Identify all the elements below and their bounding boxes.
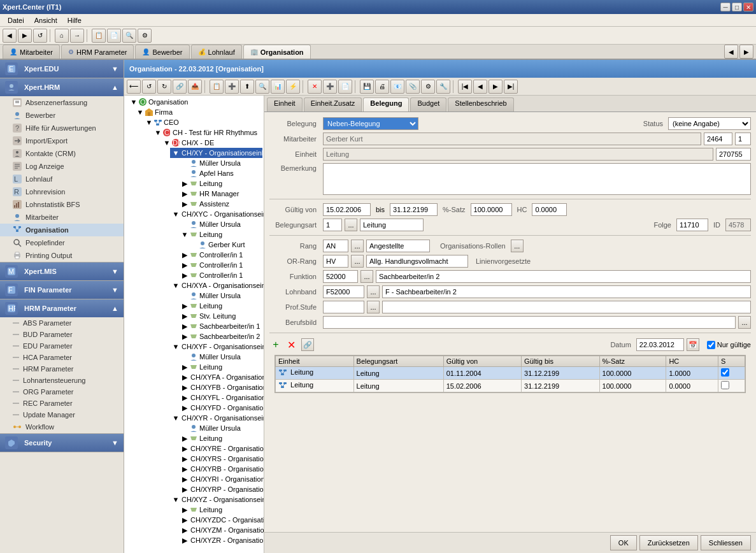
prozent-input[interactable]	[471, 203, 512, 216]
berufsbild-browse-btn[interactable]: ...	[738, 316, 751, 329]
tree-row-leitung-f[interactable]: ▶ Leitung	[179, 362, 262, 372]
close-button[interactable]: ✕	[743, 3, 753, 11]
tree-row-hrmanager[interactable]: ▶ HR Manager	[179, 189, 262, 199]
sidebar-item-printing-output[interactable]: Printing Output	[0, 249, 124, 262]
cell-s-checkbox-0[interactable]	[721, 368, 729, 377]
sidebar-item-hrm-param-item[interactable]: HRM Parameter	[0, 363, 124, 375]
sidebar-header-security[interactable]: Security ▼	[0, 434, 124, 452]
lohnband-browse-btn[interactable]: ...	[367, 285, 380, 298]
ct-btn-3[interactable]: ↻	[157, 80, 171, 94]
profstufe-browse-btn[interactable]: ...	[367, 301, 380, 313]
ct-btn-13[interactable]: 💾	[360, 80, 374, 94]
ct-btn-1[interactable]: ⟵	[127, 80, 141, 94]
tree-row-muller-3[interactable]: Müller Ursula	[179, 291, 262, 301]
tree-row-organisation[interactable]: ▼ O Organisation	[125, 97, 262, 107]
table-link-btn[interactable]: 🔗	[301, 338, 314, 351]
gueltig-von-input[interactable]	[323, 203, 371, 216]
ct-btn-11[interactable]: ⚡	[286, 80, 300, 94]
tree-expand-chxya[interactable]: ▼	[171, 281, 180, 290]
tree-row-xyfl[interactable]: ▶ CH/XYFL - Organisationseinheit	[179, 392, 262, 403]
col-gueltig-von[interactable]: Gültig von	[443, 356, 521, 367]
tree-row-chxy[interactable]: ▼ ORG CH/XY - Organisationseinheit	[170, 148, 262, 158]
sidebar-item-workflow[interactable]: Workflow	[0, 420, 124, 433]
refresh-button[interactable]: ↺	[33, 29, 47, 43]
tree-row-muller-f[interactable]: Müller Ursula	[179, 352, 262, 362]
ct-btn-5[interactable]: 📤	[188, 80, 202, 94]
sidebar-item-edu-param[interactable]: EDU Parameter	[0, 340, 124, 352]
sidebar-header-edu[interactable]: E Xpert.EDU ▼	[0, 60, 124, 78]
tree-expand-chx-de[interactable]: ▼	[162, 138, 171, 147]
lohnband-input[interactable]	[323, 285, 364, 298]
tree-row-sach-1[interactable]: ▶ Sachbearbeiter/in 1	[179, 321, 262, 331]
tree-row-ch-test[interactable]: ▼ CH CH - Test für HR Rhythmus	[152, 127, 262, 138]
sidebar-item-abs-param[interactable]: ABS Parameter	[0, 317, 124, 329]
reset-button[interactable]: Zurücksetzen	[639, 535, 698, 550]
tree-row-leitung-r[interactable]: ▶ Leitung	[179, 433, 262, 443]
mitarbeiter-id-input[interactable]	[704, 133, 732, 145]
sidebar-item-bud-param[interactable]: BUD Parameter	[0, 329, 124, 340]
menu-hilfe[interactable]: Hilfe	[62, 15, 87, 25]
tree-row-xyfb[interactable]: ▶ CH/XYFB - Organisationseinheit	[179, 382, 262, 392]
back-button[interactable]: ◀	[3, 29, 17, 43]
sidebar-header-fin[interactable]: F FIN Parameter ▼	[0, 281, 124, 299]
sidebar-item-bewerber[interactable]: Bewerber	[0, 109, 124, 122]
sidebar-item-hilfe[interactable]: ? Hilfe für Auswertungen	[0, 122, 124, 134]
toolbar-btn-4[interactable]: 📄	[107, 29, 121, 43]
or-rang-browse-btn[interactable]: ...	[351, 255, 364, 268]
tree-row-muller-r[interactable]: Müller Ursula	[179, 423, 262, 433]
sidebar-item-org-param[interactable]: ORG Parameter	[0, 386, 124, 398]
lohnband-text-input[interactable]	[382, 285, 751, 298]
cell-s-checkbox-1[interactable]	[721, 381, 729, 389]
funktion-browse-btn[interactable]: ...	[360, 270, 373, 283]
detail-tab-belegung[interactable]: Belegung	[363, 97, 409, 111]
tree-row-xyre[interactable]: ▶ CH/XYRE - Organisationseinheit	[179, 443, 262, 454]
tab-prev-button[interactable]: ◀	[724, 45, 738, 59]
tree-row-xyri[interactable]: ▶ CH/XYRI - Organisationseinheit	[179, 474, 262, 484]
toolbar-btn-5[interactable]: 🔍	[122, 29, 136, 43]
tree-row-chx-de[interactable]: ▼ DE CH/X - DE	[161, 138, 262, 148]
tree-expand-assistenz[interactable]: ▶	[180, 199, 189, 208]
table-row-0[interactable]: Leitung Leitung 01.11.2004 31.12.2199 10…	[276, 367, 745, 380]
tree-row-muller-2[interactable]: Müller Ursula	[179, 219, 262, 229]
col-belegungsart[interactable]: Belegungsart	[353, 356, 443, 367]
tree-row-leitung-z[interactable]: ▶ Leitung	[179, 505, 262, 515]
einheit-input[interactable]	[323, 148, 713, 161]
mitarbeiter-input[interactable]	[323, 133, 701, 145]
nur-gueltige-checkbox[interactable]	[707, 341, 715, 349]
forward-button[interactable]: ▶	[18, 29, 32, 43]
col-prozent[interactable]: %-Satz	[599, 356, 666, 367]
sidebar-item-organisation[interactable]: Organisation	[0, 224, 124, 236]
sidebar-item-kontakte[interactable]: Kontakte (CRM)	[0, 147, 124, 160]
sidebar-header-hrm[interactable]: Xpert.HRM ▲	[0, 78, 124, 96]
ct-btn-6[interactable]: 📋	[210, 80, 224, 94]
ct-btn-add[interactable]: ➕	[323, 80, 337, 94]
tree-expand-chxyc[interactable]: ▼	[171, 210, 180, 219]
ct-btn-first[interactable]: |◀	[458, 80, 472, 94]
belegungsart-text-input[interactable]	[360, 219, 424, 231]
sidebar-item-absenzenerfassung[interactable]: Absenzenerfassung	[0, 96, 124, 109]
tab-lohnlauf[interactable]: 💰 Lohnlauf	[191, 45, 242, 59]
tree-row-leitung-1[interactable]: ▶ Leitung	[179, 178, 262, 189]
tree-expand-ceo[interactable]: ▼	[145, 118, 153, 127]
belegung-select[interactable]: Neben-Belegung	[323, 117, 418, 130]
maximize-button[interactable]: □	[732, 3, 742, 11]
folge-input[interactable]	[676, 219, 708, 231]
ct-btn-next[interactable]: ▶	[489, 80, 503, 94]
ct-btn-delete[interactable]: ✕	[308, 80, 322, 94]
tree-row-xyzdc[interactable]: ▶ CH/XYZDC - Organisationseinheit	[179, 515, 262, 525]
menu-datei[interactable]: Datei	[3, 15, 29, 25]
ct-btn-16[interactable]: 📎	[406, 80, 420, 94]
tree-row-xyfd[interactable]: ▶ CH/XYFD - Organisationseinheit	[179, 403, 262, 413]
tree-expand-firma[interactable]: ▼	[136, 108, 145, 117]
col-gueltig-bis[interactable]: Gültig bis	[522, 356, 599, 367]
tree-row-leitung-a[interactable]: ▶ Leitung	[179, 301, 262, 311]
tree-row-xyzm[interactable]: ▶ CH/XYZM - Organisationseinheit	[179, 525, 262, 535]
tree-row-chxyr[interactable]: ▼ CH/XYR - Organisationseinheit	[170, 413, 262, 423]
close-dialog-button[interactable]: Schliessen	[701, 535, 751, 550]
tree-row-apfel[interactable]: Apfel Hans	[179, 168, 262, 178]
sidebar-item-lohnlauf[interactable]: L Lohnlauf	[0, 173, 124, 185]
ct-btn-10[interactable]: 📊	[271, 80, 285, 94]
tree-row-xyrb[interactable]: ▶ CH/XYRB - Organisationseinheit	[179, 464, 262, 474]
tree-row-chxyf[interactable]: ▼ ORG CH/XYF - Organisationseinheit	[170, 341, 262, 352]
tree-row-muller-1[interactable]: Müller Ursula	[179, 158, 262, 168]
